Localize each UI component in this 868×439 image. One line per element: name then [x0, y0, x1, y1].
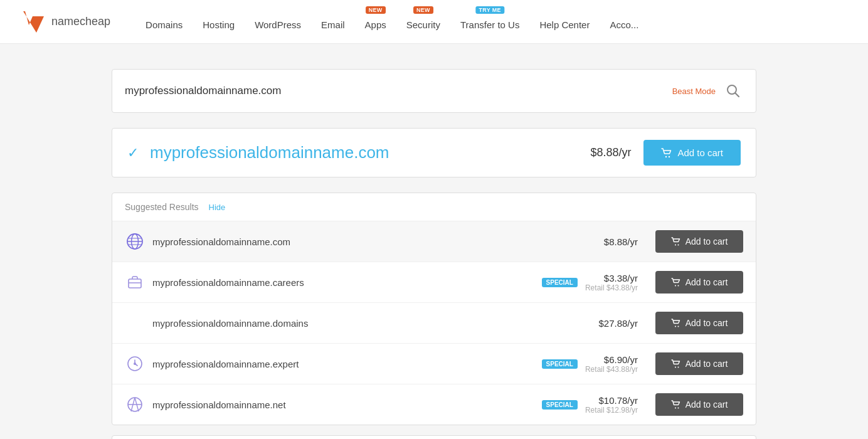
search-button[interactable]	[723, 81, 743, 101]
suggested-results-section: Suggested Results Hide myprofessionaldom…	[112, 193, 756, 425]
svg-point-23	[675, 408, 676, 409]
special-badge: SPECIAL	[542, 278, 578, 287]
add-to-cart-label-4: Add to cart	[685, 399, 728, 410]
nav-item-apps[interactable]: NEW Apps	[355, 0, 396, 44]
result-row: myprofessionaldomainname.net SPECIAL $10…	[112, 384, 756, 425]
add-to-cart-label-2: Add to cart	[685, 318, 728, 328]
nav-item-wordpress[interactable]: WordPress	[245, 0, 311, 44]
svg-point-13	[675, 285, 676, 287]
nav-item-account[interactable]: Acco...	[600, 0, 648, 44]
add-to-cart-button-1[interactable]: Add to cart	[655, 271, 743, 294]
price-retail: Retail $12.98/yr	[585, 406, 638, 415]
svg-rect-11	[129, 279, 141, 288]
svg-point-24	[677, 408, 679, 409]
svg-point-2	[665, 156, 667, 157]
price-main: $6.90/yr	[585, 354, 638, 365]
net-icon	[125, 394, 145, 415]
nav-item-hosting[interactable]: Hosting	[193, 0, 245, 44]
main-price: $8.88/yr	[590, 146, 631, 159]
price-col: $3.38/yr Retail $43.88/yr	[585, 273, 638, 292]
header: namecheap Domains Hosting WordPress Emai…	[0, 0, 868, 44]
security-badge: NEW	[413, 6, 433, 14]
search-query: myprofessionaldomainname.com	[125, 85, 281, 97]
price-retail: Retail $43.88/yr	[585, 283, 638, 292]
main-add-to-cart-button[interactable]: Add to cart	[643, 140, 741, 166]
add-to-cart-label-1: Add to cart	[685, 277, 728, 287]
svg-point-20	[677, 367, 679, 368]
nav: Domains Hosting WordPress Email NEW Apps…	[135, 0, 848, 44]
nav-item-security[interactable]: NEW Security	[396, 0, 450, 44]
result-row: myprofessionaldomainname.domains $27.88/…	[112, 303, 756, 344]
add-to-cart-button-3[interactable]: Add to cart	[655, 352, 743, 375]
domain-name: myprofessionaldomainname.expert	[152, 359, 529, 369]
section-title: Suggested Results	[125, 202, 199, 212]
add-to-cart-button-4[interactable]: Add to cart	[655, 393, 743, 416]
domain-name: myprofessionaldomainname.careers	[152, 277, 529, 288]
add-to-cart-button-2[interactable]: Add to cart	[655, 312, 743, 334]
price-retail: Retail $43.88/yr	[585, 365, 638, 374]
svg-point-18	[134, 362, 136, 365]
price-col: $10.78/yr Retail $12.98/yr	[585, 395, 638, 415]
domain-name: myprofessionaldomainname.com	[152, 236, 596, 247]
price-col: $6.90/yr Retail $43.88/yr	[585, 354, 638, 374]
price-main: $8.88/yr	[604, 236, 638, 247]
price-main: $27.88/yr	[598, 318, 638, 329]
result-row: myprofessionaldomainname.com $8.88/yr Ad…	[112, 221, 756, 262]
main-domain: myprofessionaldomainname.com	[150, 143, 590, 162]
svg-point-16	[677, 326, 679, 327]
result-row: myprofessionaldomainname.expert SPECIAL …	[112, 344, 756, 384]
nav-item-transfer[interactable]: TRY ME Transfer to Us	[450, 0, 529, 44]
globe-icon	[125, 231, 145, 251]
expert-icon	[125, 354, 145, 374]
price-main: $10.78/yr	[585, 395, 638, 406]
svg-point-3	[669, 156, 670, 157]
hide-link[interactable]: Hide	[209, 203, 226, 212]
add-to-cart-button-0[interactable]: Add to cart	[655, 230, 743, 253]
special-badge: SPECIAL	[542, 359, 578, 369]
price-col: $8.88/yr	[604, 236, 638, 247]
main-add-to-cart-label: Add to cart	[677, 147, 723, 158]
domain-name: myprofessionaldomainname.domains	[152, 318, 591, 329]
search-box: myprofessionaldomainname.com Beast Mode	[112, 69, 756, 113]
logo[interactable]: namecheap	[20, 10, 110, 34]
beast-mode-label[interactable]: Beast Mode	[672, 87, 716, 96]
svg-point-19	[675, 367, 676, 368]
domain-name: myprofessionaldomainname.net	[152, 399, 529, 410]
svg-point-9	[675, 245, 676, 246]
special-badge: SPECIAL	[542, 400, 578, 410]
price-main: $3.38/yr	[585, 273, 638, 283]
svg-point-15	[675, 326, 676, 327]
nav-item-email[interactable]: Email	[311, 0, 355, 44]
domains-icon	[125, 313, 145, 333]
svg-line-1	[736, 93, 739, 97]
transfer-badge: TRY ME	[476, 6, 504, 14]
results-footer: Results Explore More +	[112, 435, 756, 439]
nav-item-help[interactable]: Help Center	[529, 0, 600, 44]
svg-point-10	[677, 245, 679, 246]
careers-icon	[125, 272, 145, 292]
svg-point-14	[677, 285, 679, 287]
main-result: ✓ myprofessionaldomainname.com $8.88/yr …	[112, 128, 756, 177]
result-row: myprofessionaldomainname.careers SPECIAL…	[112, 262, 756, 303]
main-content: myprofessionaldomainname.com Beast Mode …	[102, 69, 766, 439]
add-to-cart-label-3: Add to cart	[685, 359, 728, 369]
search-right: Beast Mode	[672, 81, 743, 101]
section-header: Suggested Results Hide	[112, 193, 756, 221]
add-to-cart-label-0: Add to cart	[685, 236, 728, 246]
check-icon: ✓	[127, 145, 139, 161]
logo-text: namecheap	[51, 15, 110, 28]
price-col: $27.88/yr	[598, 318, 638, 329]
nav-item-domains[interactable]: Domains	[135, 0, 193, 44]
apps-badge: NEW	[366, 6, 386, 14]
